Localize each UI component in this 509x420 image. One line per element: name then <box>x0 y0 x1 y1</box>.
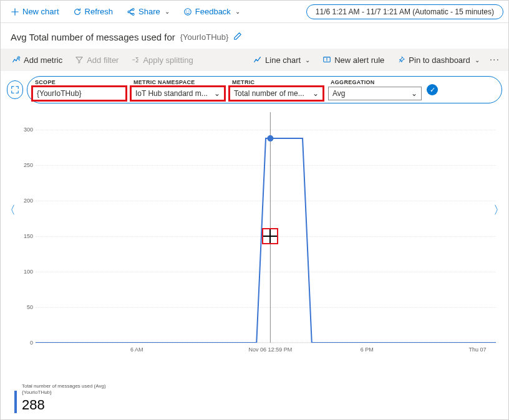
pencil-icon <box>233 32 242 41</box>
time-range-selector[interactable]: 11/6 1:21 AM - 11/7 1:21 AM (Automatic -… <box>306 4 503 19</box>
feedback-button[interactable]: Feedback ⌄ <box>178 4 245 19</box>
new-alert-rule-label: New alert rule <box>334 55 384 65</box>
chart-toolbar: Add metric Add filter Apply splitting Li… <box>1 49 508 71</box>
legend-text: Total number of messages used (Avg) {You… <box>22 383 106 413</box>
add-metric-button[interactable]: Add metric <box>7 53 67 67</box>
feedback-label: Feedback <box>195 7 231 16</box>
y-axis: 050100150200250300 <box>13 112 36 343</box>
chevron-down-icon: ⌄ <box>411 89 417 98</box>
svg-point-5 <box>188 10 189 11</box>
legend-resource: {YourIoTHub} <box>22 389 106 396</box>
aggregation-value: Avg <box>332 89 345 98</box>
chart-title-prefix: Avg Total number of messages used for <box>11 32 175 42</box>
previous-chart-button[interactable]: 〈 <box>2 200 18 220</box>
svg-point-3 <box>185 8 191 15</box>
feedback-icon <box>183 7 192 16</box>
new-alert-rule-button[interactable]: New alert rule <box>318 53 389 67</box>
new-chart-button[interactable]: New chart <box>6 4 64 19</box>
filter-icon <box>75 55 84 64</box>
time-range-label: 11/6 1:21 AM - 11/7 1:21 AM (Automatic -… <box>316 7 494 16</box>
scope-value: {YourIoTHub} <box>37 89 82 98</box>
chevron-down-icon: ⌄ <box>305 57 310 64</box>
aggregation-dropdown[interactable]: Avg ⌄ <box>328 87 422 100</box>
pin-to-dashboard-label: Pin to dashboard <box>409 55 470 65</box>
crosshair-marker <box>262 228 278 244</box>
pin-to-dashboard-button[interactable]: Pin to dashboard ⌄ <box>392 53 484 67</box>
namespace-value: IoT Hub standard m... <box>135 89 208 98</box>
chevron-down-icon: ⌄ <box>165 8 170 15</box>
chart-title-resource: {YourIoTHub} <box>180 32 229 42</box>
split-icon <box>131 55 140 64</box>
share-label: Share <box>138 7 160 16</box>
confirm-selection-button[interactable]: ✓ <box>427 84 438 95</box>
chart-area: 050100150200250300 6 AMNov 06 12:59 PM6 … <box>13 112 496 361</box>
scope-selector: SCOPE {YourIoTHub} <box>32 79 126 100</box>
metric-dropdown[interactable]: Total number of me... ⌄ <box>230 87 323 100</box>
namespace-dropdown[interactable]: IoT Hub standard m... ⌄ <box>131 87 225 100</box>
edit-title-button[interactable] <box>233 32 242 42</box>
metric-selector: METRIC Total number of me... ⌄ <box>230 79 323 100</box>
aggregation-selector: AGGREGATION Avg ⌄ <box>328 79 422 100</box>
aggregation-label: AGGREGATION <box>328 79 422 85</box>
plus-icon <box>11 7 19 16</box>
expand-selector-button[interactable] <box>7 80 23 99</box>
share-icon <box>127 7 135 16</box>
metric-selectors-container: SCOPE {YourIoTHub} METRIC NAMESPACE IoT … <box>27 76 502 103</box>
new-chart-label: New chart <box>22 7 59 16</box>
metric-selector-row: SCOPE {YourIoTHub} METRIC NAMESPACE IoT … <box>1 71 508 108</box>
x-axis: 6 AMNov 06 12:59 PM6 PMThu 07 <box>36 343 496 361</box>
alert-icon <box>322 55 331 64</box>
scope-label: SCOPE <box>32 79 126 85</box>
add-metric-icon <box>12 55 21 64</box>
chevron-down-icon: ⌄ <box>214 89 220 98</box>
metric-value: Total number of me... <box>234 89 304 98</box>
svg-point-1 <box>132 13 134 15</box>
chart-type-label: Line chart <box>265 55 301 65</box>
refresh-label: Refresh <box>85 7 114 16</box>
chart-type-selector[interactable]: Line chart ⌄ <box>248 53 315 67</box>
chart-title-row: Avg Total number of messages used for {Y… <box>1 23 508 49</box>
legend-value: 288 <box>22 397 106 413</box>
chart-plot[interactable] <box>36 112 496 343</box>
apply-splitting-label: Apply splitting <box>143 55 193 65</box>
pin-icon <box>397 55 405 64</box>
apply-splitting-button[interactable]: Apply splitting <box>126 53 198 67</box>
namespace-label: METRIC NAMESPACE <box>131 79 225 85</box>
more-actions-button[interactable]: ··· <box>487 54 502 65</box>
legend-color-swatch <box>14 391 17 413</box>
add-filter-button[interactable]: Add filter <box>70 53 124 67</box>
next-chart-button[interactable]: 〉 <box>491 200 507 220</box>
namespace-selector: METRIC NAMESPACE IoT Hub standard m... ⌄ <box>131 79 225 100</box>
chart-legend: Total number of messages used (Avg) {You… <box>14 383 106 413</box>
expand-icon <box>11 85 19 94</box>
svg-point-0 <box>132 8 134 10</box>
refresh-icon <box>73 7 82 16</box>
metric-label: METRIC <box>230 79 323 85</box>
refresh-button[interactable]: Refresh <box>68 4 119 19</box>
share-button[interactable]: Share ⌄ <box>122 4 175 19</box>
add-metric-label: Add metric <box>24 55 62 65</box>
legend-series-name: Total number of messages used (Avg) <box>22 383 106 389</box>
scope-dropdown[interactable]: {YourIoTHub} <box>32 87 126 100</box>
line-chart-icon <box>253 55 262 64</box>
svg-point-10 <box>267 135 273 141</box>
chevron-down-icon: ⌄ <box>313 89 319 98</box>
svg-point-4 <box>186 10 187 11</box>
chevron-down-icon: ⌄ <box>475 57 480 64</box>
top-toolbar: New chart Refresh Share ⌄ Feedback ⌄ 11/… <box>1 1 508 23</box>
add-filter-label: Add filter <box>87 55 119 65</box>
chevron-down-icon: ⌄ <box>235 8 240 15</box>
